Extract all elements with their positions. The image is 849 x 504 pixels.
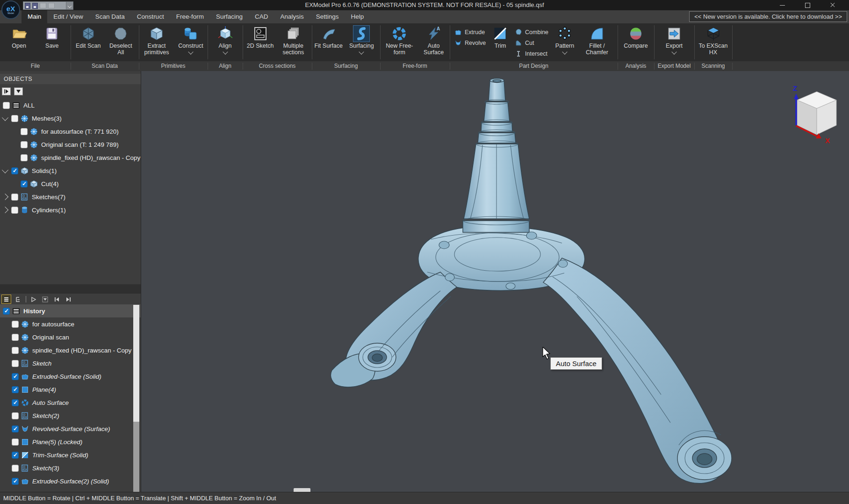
pattern-button[interactable]: Pattern bbox=[551, 23, 578, 59]
tree-row-original-scan[interactable]: Original scan (T: 1 249 789) bbox=[0, 138, 141, 151]
menu-item-help[interactable]: Help bbox=[345, 10, 370, 23]
save-as-icon[interactable] bbox=[32, 3, 38, 9]
save-button[interactable]: Save bbox=[38, 23, 66, 59]
panel-splitter[interactable] bbox=[0, 284, 141, 294]
menu-item-settings[interactable]: Settings bbox=[310, 10, 345, 23]
align-button[interactable]: Align bbox=[211, 23, 239, 59]
new-free-form-button[interactable]: New Free-form bbox=[381, 23, 417, 59]
menu-item-free-form[interactable]: Free-form bbox=[170, 10, 210, 23]
revolve-button[interactable]: Revolve bbox=[454, 39, 486, 47]
chevron-expanded-icon[interactable] bbox=[2, 167, 8, 173]
history-row[interactable]: Sketch(2) bbox=[0, 409, 141, 422]
checkbox[interactable] bbox=[11, 115, 18, 122]
menu-item-edit-view[interactable]: Edit / View bbox=[47, 10, 89, 23]
fit-surface-button[interactable]: Fit Surface bbox=[314, 23, 343, 59]
tree-row-spindle-fixed[interactable]: spindle_fixed (HD)_rawscan - Copy bbox=[0, 151, 141, 164]
checkbox[interactable] bbox=[12, 452, 19, 459]
checkbox[interactable] bbox=[12, 439, 19, 446]
quick-access-dropdown[interactable] bbox=[66, 1, 73, 10]
checkbox[interactable] bbox=[12, 360, 19, 367]
update-banner[interactable]: << New version is available. Click here … bbox=[689, 11, 847, 22]
export-button[interactable]: Export bbox=[661, 23, 688, 59]
surfacing-button[interactable]: Surfacing bbox=[345, 23, 378, 59]
save-icon[interactable] bbox=[25, 3, 30, 9]
checkbox[interactable] bbox=[12, 373, 19, 380]
construct-button[interactable]: Construct bbox=[174, 23, 207, 59]
cut-button[interactable]: Cut bbox=[515, 39, 548, 47]
compare-button[interactable]: Compare bbox=[620, 23, 651, 59]
menu-item-main[interactable]: Main bbox=[22, 10, 47, 23]
tree-row-solids[interactable]: Solids(1) bbox=[0, 164, 141, 177]
history-row[interactable]: Extruded-Surface(2) (Solid) bbox=[0, 475, 141, 488]
history-scrollbar[interactable] bbox=[133, 305, 139, 492]
tree-row-all[interactable]: ALL bbox=[0, 99, 141, 112]
history-row[interactable]: Sketch(3) bbox=[0, 461, 141, 475]
checkbox[interactable] bbox=[12, 478, 19, 485]
list-view-button[interactable] bbox=[1, 295, 11, 304]
filter-button[interactable] bbox=[41, 295, 50, 303]
objects-filter-button[interactable] bbox=[14, 87, 23, 95]
navigation-cube[interactable]: Z X bbox=[788, 79, 849, 146]
minimize-button[interactable] bbox=[773, 0, 791, 10]
extract-primitives-button[interactable]: Extract primitives bbox=[139, 23, 174, 59]
checkbox[interactable] bbox=[3, 102, 10, 109]
tree-row-sketches[interactable]: Sketches(7) bbox=[0, 190, 141, 203]
history-row[interactable]: Sketch bbox=[0, 357, 141, 370]
checkbox[interactable] bbox=[12, 321, 19, 328]
history-row[interactable]: Original scan bbox=[0, 331, 141, 344]
checkbox[interactable] bbox=[12, 412, 19, 419]
history-row[interactable]: Extruded-Surface (Solid) bbox=[0, 370, 141, 383]
tree-row-cylinders[interactable]: Cylinders(1) bbox=[0, 203, 141, 216]
open-button[interactable]: Open bbox=[5, 23, 34, 59]
objects-expand-button[interactable] bbox=[2, 87, 11, 95]
play-button[interactable] bbox=[29, 295, 38, 303]
menu-item-cad[interactable]: CAD bbox=[249, 10, 274, 23]
checkbox[interactable] bbox=[12, 386, 19, 393]
viewport-3d[interactable] bbox=[141, 71, 849, 492]
checkbox[interactable] bbox=[12, 399, 19, 406]
chevron-collapsed-icon[interactable] bbox=[2, 194, 8, 200]
checkbox[interactable] bbox=[3, 308, 10, 315]
tree-row-meshes[interactable]: Meshes(3) bbox=[0, 112, 141, 125]
history-header-row[interactable]: History bbox=[0, 304, 141, 317]
scrollbar-thumb[interactable] bbox=[133, 305, 139, 422]
combine-button[interactable]: Combine bbox=[515, 29, 548, 36]
checkbox[interactable] bbox=[11, 167, 18, 174]
extrude-button[interactable]: Extrude bbox=[454, 29, 486, 36]
history-row[interactable]: for autosurface bbox=[0, 317, 141, 331]
history-row[interactable]: Revolved-Surface (Surface) bbox=[0, 422, 141, 435]
menu-item-surfacing[interactable]: Surfacing bbox=[210, 10, 249, 23]
close-button[interactable] bbox=[823, 0, 842, 10]
skip-last-button[interactable] bbox=[64, 295, 73, 303]
checkbox[interactable] bbox=[12, 334, 19, 341]
chevron-collapsed-icon[interactable] bbox=[2, 207, 8, 213]
checkbox[interactable] bbox=[12, 347, 19, 354]
tree-row-cut[interactable]: Cut(4) bbox=[0, 177, 141, 190]
checkbox[interactable] bbox=[21, 141, 28, 148]
checkbox[interactable] bbox=[21, 128, 28, 135]
checkbox[interactable] bbox=[21, 154, 28, 161]
menu-item-construct[interactable]: Construct bbox=[131, 10, 170, 23]
tree-row-for-autosurface[interactable]: for autosurface (T: 771 920) bbox=[0, 125, 141, 138]
checkbox[interactable] bbox=[11, 194, 18, 201]
menu-item-analysis[interactable]: Analysis bbox=[274, 10, 309, 23]
to-exscan-hx-button[interactable]: To EXScan HX bbox=[697, 23, 730, 59]
multiple-sections-button[interactable]: Multiple sections bbox=[278, 23, 309, 59]
auto-surface-button[interactable]: A Auto Surface bbox=[419, 23, 449, 59]
checkbox[interactable] bbox=[12, 425, 19, 432]
tree-view-button[interactable] bbox=[14, 295, 23, 303]
panel-grip[interactable] bbox=[294, 488, 310, 492]
chevron-expanded-icon[interactable] bbox=[2, 115, 8, 121]
restore-button[interactable] bbox=[798, 0, 817, 10]
history-row[interactable]: Plane(5) (Locked) bbox=[0, 435, 141, 448]
skip-first-button[interactable] bbox=[52, 295, 61, 303]
history-row[interactable]: Plane(4) bbox=[0, 383, 141, 396]
checkbox[interactable] bbox=[11, 207, 18, 214]
intersect-button[interactable]: Intersect bbox=[515, 50, 548, 58]
menu-item-scan-data[interactable]: Scan Data bbox=[89, 10, 131, 23]
trim-button[interactable]: Trim bbox=[489, 23, 512, 59]
deselect-all-button[interactable]: Deselect All bbox=[106, 23, 136, 59]
checkbox[interactable] bbox=[12, 465, 19, 472]
history-row[interactable]: spindle_fixed (HD)_rawscan - Copy bbox=[0, 344, 141, 357]
edit-scan-button[interactable]: Edit Scan bbox=[74, 23, 103, 59]
